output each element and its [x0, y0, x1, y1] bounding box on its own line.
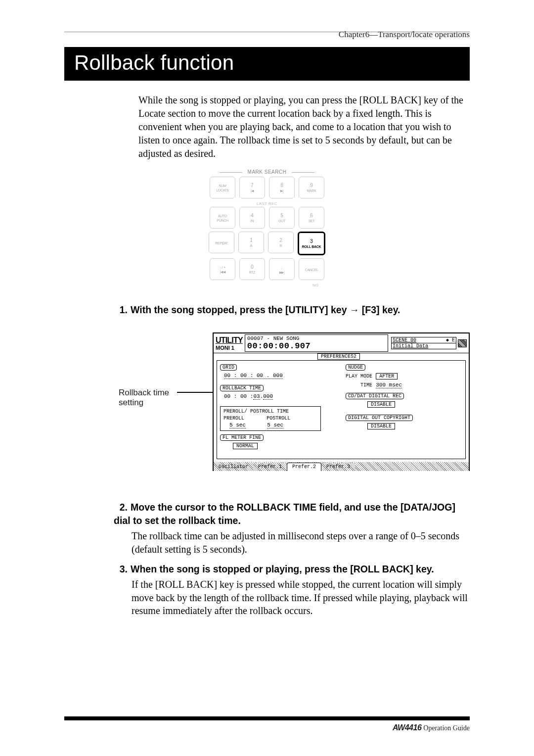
postroll-value[interactable]: 5 sec: [267, 422, 283, 428]
step-2: 2.Move the cursor to the ROLLBACK TIME f…: [114, 501, 470, 527]
model-name: AW4416: [393, 723, 421, 732]
callout-label: Rollback time setting: [119, 388, 169, 408]
grid-label: GRID: [220, 364, 237, 371]
key-7[interactable]: 7|◀: [239, 177, 265, 198]
title-underline: [64, 80, 470, 81]
screenshot-figure: Rollback time setting UTILITY MONI 1 000…: [64, 332, 470, 481]
step-3-body: If the [ROLL BACK] key is pressed while …: [132, 578, 471, 617]
key-2-b[interactable]: 2B: [268, 232, 294, 253]
no-label: NO: [203, 283, 331, 287]
key-9-mark[interactable]: 9MARK: [299, 177, 324, 198]
time-display: 00:00:00.907: [247, 341, 386, 351]
nudge-label: NUDGE: [346, 364, 365, 371]
inner-panel: GRID 00 : 00 : 00 . 000 ROLLBACK TIME 00…: [217, 360, 466, 459]
keypad-row-2: AUTOPUNCH 4IN 5OUT 6SET: [203, 207, 331, 229]
step-3-head: When the song is stopped or playing, pre…: [131, 564, 434, 574]
step-3-num: 3.: [114, 563, 128, 575]
keypad-row-1: NUMLOCATE 7|◀ 8▶| 9MARK: [203, 177, 331, 198]
num-locate-key[interactable]: NUMLOCATE: [210, 177, 235, 198]
key-6-set[interactable]: 6SET: [299, 207, 324, 229]
fl-meter-label: FL METER FINE: [220, 434, 264, 441]
key-0-rtz[interactable]: 0RTZ: [239, 258, 265, 280]
screen-header: UTILITY MONI 1 00007 - NEW SONG 00:00:00…: [214, 333, 469, 353]
cancel-key[interactable]: CANCEL: [299, 258, 324, 280]
step-1: 1.With the song stopped, press the [UTIL…: [114, 303, 470, 317]
last-rec-label: LAST REC: [203, 201, 331, 206]
key-4-in[interactable]: 4IN: [239, 207, 265, 229]
moni-label: MONI 1: [216, 345, 245, 351]
step-3: 3.When the song is stopped or playing, p…: [114, 563, 470, 576]
digout-disable-button[interactable]: DISABLE: [367, 423, 395, 429]
footer-bar: [64, 716, 470, 720]
step-1-num: 1.: [114, 303, 128, 316]
mark-search-label: MARK SEARCH: [203, 169, 331, 175]
prepost-label: PREROLL/ POSTROLL TIME: [223, 409, 289, 414]
key-dot[interactable]: .▶▶|: [269, 258, 295, 280]
repeat-key[interactable]: REPEAT: [209, 232, 234, 253]
page-title: Rollback function: [64, 47, 470, 80]
keypad-figure: MARK SEARCH NUMLOCATE 7|◀ 8▶| 9MARK LAST…: [203, 169, 331, 287]
tab-oscillator[interactable]: Oscillator: [214, 463, 253, 471]
guide-label: Operation Guide: [423, 724, 470, 732]
footer-text: AW4416 Operation Guide: [393, 723, 470, 732]
disk-icon: [458, 339, 467, 347]
minus-plus-key[interactable]: – / +|◀◀: [210, 258, 235, 280]
scene-box: SCENE 00◆ E Initial Data: [391, 337, 456, 349]
tab-prefer3[interactable]: Prefer.3: [321, 463, 355, 471]
nudge-time-value[interactable]: 300 msec: [376, 382, 402, 388]
intro-paragraph: While the song is stopped or playing, yo…: [138, 94, 470, 160]
after-button[interactable]: AFTER: [376, 373, 398, 379]
rollback-time-label: ROLLBACK TIME: [220, 385, 264, 391]
key-8[interactable]: 8▶|: [269, 177, 295, 198]
keypad-row-4: – / +|◀◀ 0RTZ .▶▶| CANCEL: [203, 258, 331, 280]
preroll-value[interactable]: 5 sec: [229, 422, 246, 428]
grid-value[interactable]: 00 : 00 : 00 . 000: [224, 373, 283, 379]
cddat-disable-button[interactable]: DISABLE: [367, 401, 395, 408]
chapter-header: Chapter6—Transport/locate operations: [339, 30, 470, 40]
step-2-body: The rollback time can be adjusted in mil…: [132, 529, 471, 556]
utility-label: UTILITY: [216, 336, 243, 345]
key-3-roll-back[interactable]: 3ROLL BACK: [298, 232, 325, 255]
keypad-row-3: REPEAT 1A 2B 3ROLL BACK: [203, 232, 331, 255]
song-info-box: 00007 - NEW SONG 00:00:00.907: [245, 334, 388, 352]
tab-prefer1[interactable]: Prefer.1: [253, 463, 287, 471]
screen-body: PREFERENCES2 GRID 00 : 00 : 00 . 000 ROL…: [214, 353, 469, 471]
digout-label: DIGITAL OUT COPYRIGHT: [346, 415, 413, 421]
preferences2-tab: PREFERENCES2: [317, 353, 360, 360]
tab-prefer2[interactable]: Prefer.2: [287, 463, 321, 471]
key-1-a[interactable]: 1A: [238, 232, 264, 253]
auto-punch-key[interactable]: AUTOPUNCH: [210, 207, 235, 229]
utility-screen: UTILITY MONI 1 00007 - NEW SONG 00:00:00…: [213, 332, 470, 471]
rollback-time-value[interactable]: 00 : 00 :03.000: [224, 393, 273, 399]
normal-button[interactable]: NORMAL: [233, 443, 258, 449]
step-2-head: Move the cursor to the ROLLBACK TIME fie…: [114, 502, 455, 526]
cddat-label: CD/DAT DIGITAL REC: [346, 393, 404, 399]
step-2-num: 2.: [114, 501, 128, 514]
tab-bar: Oscillator Prefer.1 Prefer.2 Prefer.3: [214, 462, 469, 471]
key-5-out[interactable]: 5OUT: [269, 207, 295, 229]
step-1-head: With the song stopped, press the [UTILIT…: [131, 304, 400, 315]
